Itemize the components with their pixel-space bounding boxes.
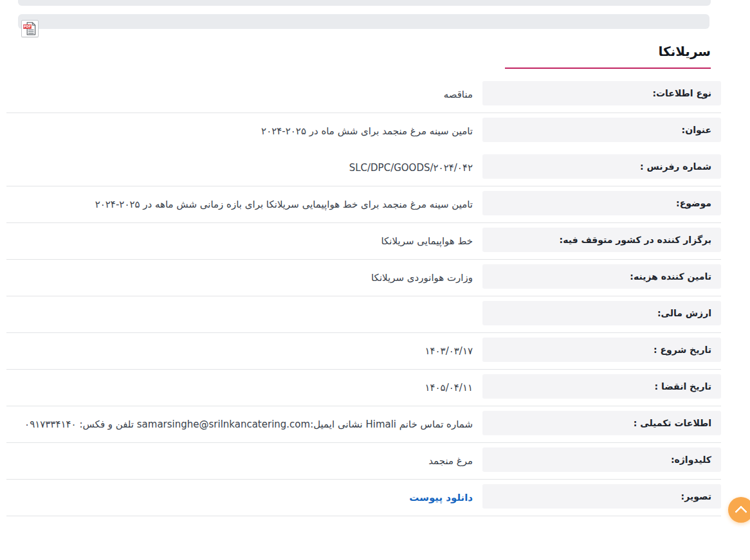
row-value: تامین سینه مرغ منجمد برای شش ماه در ‪۲۰۲… [6,113,473,150]
row-label: برگزار کننده در کشور متوقف فیه: [482,228,721,252]
table-row: عنوان: تامین سینه مرغ منجمد برای شش ماه … [6,113,721,150]
row-value: مرغ منجمد [6,443,473,479]
row-label: تصویر: [482,484,721,509]
row-value: ‪SLC/DPC/GOODS/۲۰۲۴/۰۴۲‬ [6,150,473,186]
table-row: تامین کننده هزینه: وزارت هوانوردی سریلان… [6,260,721,296]
page-title-block: سریلانکا [505,44,711,69]
row-label: عنوان: [482,118,721,142]
row-value: تامین سینه مرغ منجمد برای خط هواپیمایی س… [6,186,473,222]
download-attachment-link[interactable]: دانلود پیوست [409,491,473,505]
row-value: خط هواپیمایی سریلانکا [6,223,473,259]
row-label: اطلاعات تکمیلی : [482,411,721,435]
table-row: اطلاعات تکمیلی : شماره تماس خانم Himali … [6,406,721,443]
table-row: برگزار کننده در کشور متوقف فیه: خط هواپی… [6,223,721,260]
table-row: شماره رفرنس : ‪SLC/DPC/GOODS/۲۰۲۴/۰۴۲‬ [6,150,721,186]
row-label: ارزش مالی: [482,301,721,325]
table-row: تاریخ انقضا : ۱۴۰۵/۰۴/۱۱ [6,370,721,406]
scroll-to-top-button[interactable] [728,497,750,523]
header-bar-top [18,0,711,6]
table-row: موضوع: تامین سینه مرغ منجمد برای خط هواپ… [6,186,721,223]
row-value [6,296,473,332]
header-bar-secondary [18,14,709,29]
row-label: شماره رفرنس : [482,154,721,179]
row-value: دانلود پیوست [6,480,473,516]
row-value: مناقصه [6,77,473,113]
table-row: تاریخ شروع : ۱۴۰۳/۰۳/۱۷ [6,333,721,370]
pdf-export-button[interactable]: PDF [21,20,39,37]
row-label: موضوع: [482,191,721,215]
row-label: تاریخ انقضا : [482,374,721,399]
row-value: ۱۴۰۵/۰۴/۱۱ [6,370,473,406]
row-label: تاریخ شروع : [482,338,721,362]
pdf-icon: PDF [23,21,37,36]
row-label: نوع اطلاعات: [482,81,721,105]
table-row: کلیدواژه: مرغ منجمد [6,443,721,480]
row-value: شماره تماس خانم Himali نشانی ایمیل:samar… [6,406,473,442]
row-label: تامین کننده هزینه: [482,264,721,289]
page-title: سریلانکا [505,44,711,59]
table-row: تصویر: دانلود پیوست [6,480,721,516]
tender-details-page: PDF سریلانکا نوع اطلاعات: مناقصه عنوان: … [0,0,750,560]
row-value: ۱۴۰۳/۰۳/۱۷ [6,333,473,369]
row-value: وزارت هوانوردی سریلانکا [6,260,473,296]
table-row: نوع اطلاعات: مناقصه [6,77,721,113]
table-row: ارزش مالی: [6,296,721,333]
pdf-badge-text: PDF [24,24,32,28]
chevron-up-icon [735,505,747,518]
details-table: نوع اطلاعات: مناقصه عنوان: تامین سینه مر… [6,77,721,516]
row-label: کلیدواژه: [482,447,721,472]
